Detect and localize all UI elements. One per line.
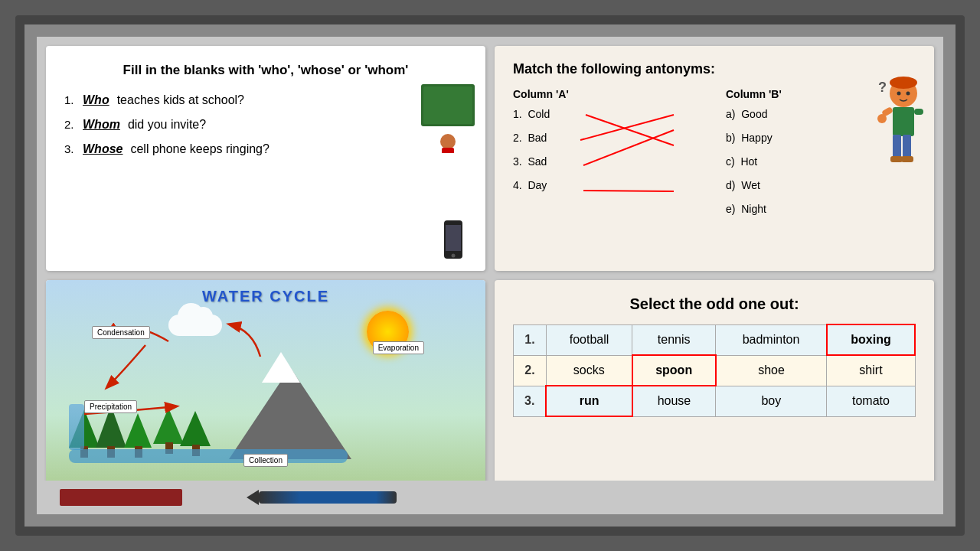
svg-rect-1 bbox=[423, 86, 472, 124]
phone-illustration bbox=[443, 220, 464, 259]
svg-marker-28 bbox=[124, 413, 152, 448]
bottom-bar bbox=[37, 481, 943, 514]
svg-marker-30 bbox=[153, 408, 184, 444]
col-b-list: a) Good b) Happy c) Hot d) Wet e) Night bbox=[726, 106, 847, 217]
pen-icon bbox=[259, 491, 397, 504]
col-b-item-b: b) Happy bbox=[726, 130, 847, 146]
row-3-cell-3: boy bbox=[716, 386, 827, 416]
odd-one-out-title: Select the odd one out: bbox=[513, 295, 916, 313]
row-1-cell-4-highlighted: boxing bbox=[827, 324, 915, 355]
svg-rect-20 bbox=[914, 109, 923, 115]
row-3-num: 3. bbox=[514, 386, 547, 416]
col-b-header: Column 'B' bbox=[726, 88, 847, 100]
svg-rect-3 bbox=[442, 148, 454, 153]
table-row-1: 1. football tennis badminton boxing bbox=[514, 324, 916, 355]
item-3-answer: Whose bbox=[83, 142, 122, 156]
svg-rect-16 bbox=[890, 156, 903, 162]
table-row-2: 2. socks spoon shoe shirt bbox=[514, 355, 916, 386]
item-2-rest: did you invite? bbox=[128, 118, 206, 132]
match-antonyms-panel: Match the following antonyms: Column 'A'… bbox=[495, 46, 934, 271]
collection-label: Collection bbox=[243, 454, 288, 467]
fill-blank-item-1: 1. Who teaches kids at school? bbox=[64, 93, 467, 107]
col-a-list: 1. Cold 2. Bad 3. Sad 4. Day bbox=[513, 106, 634, 194]
river-icon bbox=[69, 449, 348, 463]
row-3-cell-4: tomato bbox=[827, 386, 915, 416]
row-2-cell-4: shirt bbox=[827, 355, 915, 386]
water-cycle-panel: WATER CYCLE bbox=[46, 280, 485, 505]
odd-one-out-panel: Select the odd one out: 1. football tenn… bbox=[495, 280, 934, 505]
svg-rect-15 bbox=[903, 135, 911, 158]
item-1-rest: teaches kids at school? bbox=[117, 93, 244, 107]
svg-point-12 bbox=[890, 77, 917, 89]
boy-illustration: ? bbox=[874, 77, 928, 161]
item-2-answer: Whom bbox=[83, 118, 120, 132]
svg-point-6 bbox=[452, 254, 456, 258]
evaporation-label: Evaporation bbox=[373, 341, 424, 354]
match-col-a: Column 'A' 1. Cold 2. Bad 3. Sad 4. Day bbox=[513, 88, 634, 225]
teacher-illustration bbox=[421, 84, 475, 145]
row-2-num: 2. bbox=[514, 355, 547, 386]
svg-rect-5 bbox=[446, 225, 461, 251]
col-b-item-c: c) Hot bbox=[726, 154, 847, 170]
col-a-item-2: 2. Bad bbox=[513, 130, 634, 146]
item-3-num: 3. bbox=[64, 142, 78, 155]
row-1-cell-1: football bbox=[546, 324, 632, 355]
svg-text:?: ? bbox=[878, 80, 887, 95]
fill-blank-item-3: 3. Whose cell phone keeps ringing? bbox=[64, 142, 467, 156]
col-a-item-4: 4. Day bbox=[513, 178, 634, 194]
item-2-num: 2. bbox=[64, 118, 78, 131]
fill-blanks-list: 1. Who teaches kids at school? 2. Whom d… bbox=[64, 93, 467, 156]
table-row-3: 3. run house boy tomato bbox=[514, 386, 916, 416]
svg-marker-32 bbox=[180, 411, 211, 446]
outer-frame: Fill in the blanks with 'who', 'whose' o… bbox=[15, 15, 965, 536]
row-3-cell-2: house bbox=[632, 386, 716, 416]
fill-blanks-panel: Fill in the blanks with 'who', 'whose' o… bbox=[46, 46, 485, 271]
content-area: Fill in the blanks with 'who', 'whose' o… bbox=[37, 37, 943, 514]
col-a-item-1: 1. Cold bbox=[513, 106, 634, 122]
svg-point-21 bbox=[897, 92, 901, 96]
svg-point-19 bbox=[877, 114, 887, 123]
condensation-label: Condensation bbox=[92, 326, 150, 339]
water-cycle-title: WATER CYCLE bbox=[202, 288, 329, 305]
row-1-num: 1. bbox=[514, 324, 547, 355]
svg-rect-14 bbox=[893, 135, 901, 158]
svg-rect-17 bbox=[901, 156, 913, 162]
col-a-header: Column 'A' bbox=[513, 88, 634, 100]
item-3-rest: cell phone keeps ringing? bbox=[130, 142, 269, 156]
match-antonyms-title: Match the following antonyms: bbox=[513, 61, 916, 77]
mountain-snow bbox=[262, 352, 300, 383]
waterfall-icon bbox=[69, 404, 84, 450]
col-b-item-a: a) Good bbox=[726, 106, 847, 122]
item-1-answer: Who bbox=[83, 93, 109, 107]
precipitation-label: Precipitation bbox=[84, 400, 137, 413]
row-1-cell-2: tennis bbox=[632, 324, 716, 355]
fill-blanks-title: Fill in the blanks with 'who', 'whose' o… bbox=[64, 61, 467, 80]
row-1-cell-3: badminton bbox=[716, 324, 827, 355]
match-col-b: Column 'B' a) Good b) Happy c) Hot d) We… bbox=[726, 88, 847, 225]
row-3-cell-1-highlighted: run bbox=[546, 386, 632, 416]
item-1-num: 1. bbox=[64, 93, 78, 106]
fill-blank-item-2: 2. Whom did you invite? bbox=[64, 118, 467, 132]
eraser-icon bbox=[60, 489, 182, 506]
svg-point-22 bbox=[906, 92, 910, 96]
row-2-cell-1: socks bbox=[546, 355, 632, 386]
col-b-item-e: e) Night bbox=[726, 201, 847, 217]
svg-rect-13 bbox=[893, 107, 914, 136]
col-b-item-d: d) Wet bbox=[726, 178, 847, 194]
svg-point-2 bbox=[440, 134, 456, 149]
row-2-cell-3: shoe bbox=[716, 355, 827, 386]
odd-one-out-table: 1. football tennis badminton boxing 2. s… bbox=[513, 324, 916, 417]
row-2-cell-2-highlighted: spoon bbox=[632, 355, 716, 386]
water-cycle-visual: WATER CYCLE bbox=[46, 280, 485, 505]
col-a-item-3: 3. Sad bbox=[513, 154, 634, 170]
cloud-icon bbox=[168, 315, 222, 336]
